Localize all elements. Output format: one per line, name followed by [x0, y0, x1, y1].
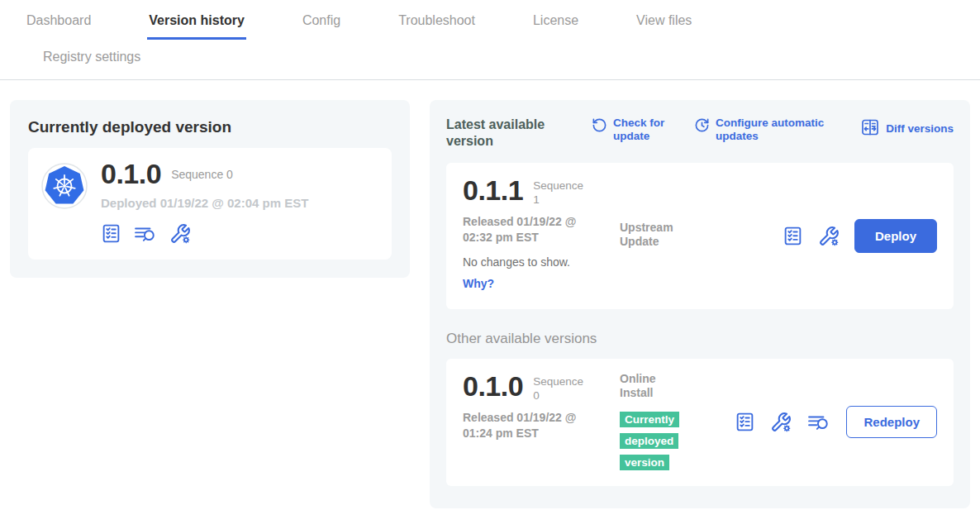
other-source-label: Online Install — [620, 372, 686, 400]
check-for-update-link[interactable]: Check for update — [592, 117, 673, 143]
latest-source-label: Upstream Update — [620, 221, 686, 249]
refresh-icon — [592, 117, 607, 143]
wrench-gear-icon[interactable] — [818, 226, 840, 247]
check-for-update-label: Check for update — [613, 117, 673, 143]
other-available-versions-title: Other available versions — [446, 331, 954, 347]
configure-automatic-updates-link[interactable]: Configure automatic updates — [694, 117, 830, 143]
latest-version-info: 0.1.1 Sequence 1 Released 01/19/22 @ 02:… — [463, 176, 620, 290]
currently-deployed-title: Currently deployed version — [28, 118, 392, 136]
other-source-column: Online Install Currently deployed versio… — [620, 372, 727, 473]
schedule-update-icon — [694, 117, 710, 143]
tab-troubleshoot[interactable]: Troubleshoot — [397, 10, 477, 40]
main-content: Currently deployed version — [0, 80, 980, 508]
diff-versions-link[interactable]: Diff versions — [860, 117, 954, 141]
latest-available-header: Latest available version Check for updat… — [446, 117, 954, 150]
latest-version-card: 0.1.1 Sequence 1 Released 01/19/22 @ 02:… — [446, 163, 954, 309]
latest-source-column: Upstream Update — [620, 176, 727, 249]
currently-deployed-panel: Currently deployed version — [10, 100, 410, 278]
deployed-timestamp: Deployed 01/19/22 @ 02:04 pm EST — [101, 196, 308, 210]
latest-available-panel: Latest available version Check for updat… — [430, 100, 970, 508]
latest-version-number: 0.1.1 — [463, 176, 523, 206]
other-version-card: 0.1.0 Sequence 0 Released 01/19/22 @ 01:… — [446, 359, 954, 486]
other-version-number: 0.1.0 — [463, 372, 523, 402]
other-actions: Redeploy — [735, 406, 937, 438]
latest-actions: Deploy — [783, 219, 937, 253]
wrench-gear-icon[interactable] — [770, 412, 792, 433]
top-navigation: Dashboard Version history Config Trouble… — [0, 0, 980, 80]
no-changes-text: No changes to show. — [463, 255, 620, 269]
diff-versions-label: Diff versions — [886, 122, 954, 136]
deployed-version-number: 0.1.0 — [101, 160, 161, 189]
nav-row-1: Dashboard Version history Config Trouble… — [0, 10, 980, 40]
deploy-button[interactable]: Deploy — [854, 219, 937, 253]
nav-row-2: Registry settings — [0, 40, 980, 79]
tab-version-history[interactable]: Version history — [147, 10, 246, 40]
tab-view-files[interactable]: View files — [635, 10, 693, 40]
kubernetes-logo-icon — [41, 163, 88, 212]
deployed-sequence-label: Sequence 0 — [171, 168, 233, 181]
view-logs-icon[interactable] — [806, 412, 831, 433]
diff-icon — [860, 117, 880, 141]
view-logs-icon[interactable] — [133, 223, 158, 245]
tab-registry-settings[interactable]: Registry settings — [41, 46, 142, 66]
latest-released-timestamp: Released 01/19/22 @ 02:32 pm EST — [463, 214, 597, 245]
deployed-version-card: 0.1.0 Sequence 0 Deployed 01/19/22 @ 02:… — [28, 148, 392, 260]
preflight-checklist-icon[interactable] — [101, 223, 121, 244]
latest-sequence-label: Sequence 1 — [533, 179, 591, 207]
tab-dashboard[interactable]: Dashboard — [25, 10, 93, 40]
wrench-gear-icon[interactable] — [169, 223, 191, 245]
deployed-version-info: 0.1.0 Sequence 0 Deployed 01/19/22 @ 02:… — [101, 160, 308, 245]
preflight-checklist-icon[interactable] — [783, 226, 803, 246]
redeploy-button[interactable]: Redeploy — [846, 406, 937, 438]
latest-available-title: Latest available version — [446, 117, 570, 150]
tab-config[interactable]: Config — [301, 10, 342, 40]
preflight-checklist-icon[interactable] — [735, 412, 755, 432]
configure-automatic-updates-label: Configure automatic updates — [716, 117, 830, 143]
other-sequence-label: Sequence 0 — [533, 375, 591, 403]
other-version-info: 0.1.0 Sequence 0 Released 01/19/22 @ 01:… — [463, 372, 620, 441]
currently-deployed-badge-text: Currently deployed version — [620, 412, 679, 470]
other-released-timestamp: Released 01/19/22 @ 01:24 pm EST — [463, 410, 597, 441]
currently-deployed-badge: Currently deployed version — [620, 408, 691, 473]
tab-license[interactable]: License — [531, 10, 580, 40]
why-link[interactable]: Why? — [463, 277, 620, 290]
